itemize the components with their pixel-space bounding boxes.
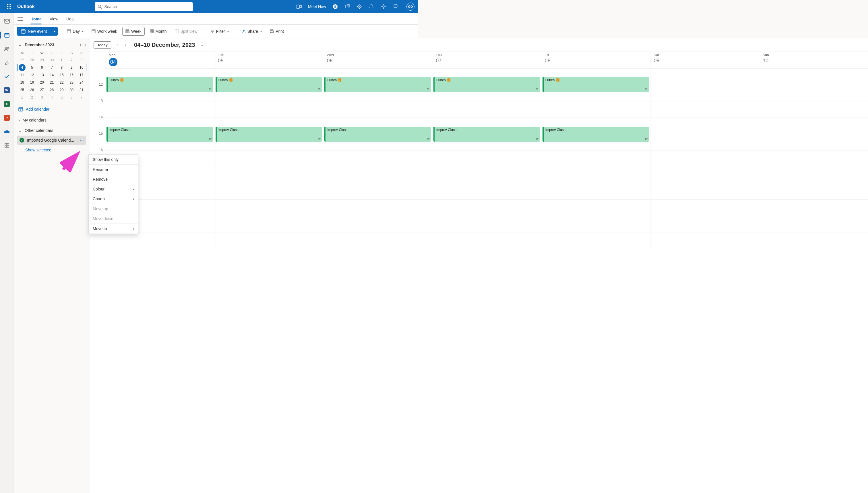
mini-day-cell[interactable]: 12 [27,71,37,79]
ctx-rename[interactable]: Rename [89,165,138,174]
nav-toggle[interactable] [14,17,26,21]
app-launcher[interactable] [3,4,15,9]
event-lunch[interactable]: Lunch 🍔⟳ [215,77,322,92]
event-lunch[interactable]: Lunch 🍔⟳ [324,77,418,92]
tab-view[interactable]: View [46,13,62,24]
prev-month[interactable]: ↑ [79,43,82,47]
rail-calendar[interactable] [2,31,12,39]
mini-day-cell[interactable]: 22 [57,79,67,86]
new-event-button[interactable]: New event [17,27,51,36]
mini-day-cell[interactable]: 2 [27,94,37,101]
mini-day-cell[interactable]: 21 [47,79,56,86]
rail-excel[interactable]: X [2,100,12,108]
mini-day-cell[interactable]: 30 [67,86,76,94]
calendar-item-imported[interactable]: ✓ Imported Google Calend... ⋯ [17,135,86,145]
day-header-cell[interactable]: Mon04 [105,51,214,68]
mini-day-cell[interactable]: 8 [57,64,67,71]
mini-day-cell[interactable]: 13 [37,71,47,79]
mini-day-cell[interactable]: 10 [77,64,86,71]
search-input[interactable] [104,4,190,9]
user-avatar[interactable]: OD [407,3,414,10]
mini-day-cell[interactable]: 29 [57,86,67,94]
mini-day-cell[interactable]: 28 [27,56,37,64]
add-calendar[interactable]: Add calendar [17,103,86,115]
mini-day-cell[interactable]: 25 [17,86,27,94]
my-calendars-group[interactable]: › My calendars [17,115,86,125]
ctx-move-to[interactable]: Move to› [89,224,138,234]
mini-day-cell[interactable]: 11 [17,71,27,79]
mini-day-cell[interactable]: 4 [47,94,56,101]
rail-todo[interactable] [2,72,12,81]
mini-day-cell[interactable]: 3 [77,56,86,64]
notifications-icon[interactable] [369,4,374,9]
day-header-cell[interactable]: Wed06 [323,51,418,68]
mini-day-cell[interactable]: 15 [57,71,67,79]
range-dropdown[interactable]: ⌄ [198,43,205,47]
tab-help[interactable]: Help [62,13,79,24]
mini-day-cell[interactable]: 1 [17,94,27,101]
event-improv[interactable]: Improv Class⟳ [107,127,213,142]
mini-day-cell[interactable]: 28 [47,86,56,94]
skype-icon[interactable]: S [333,4,338,9]
next-week[interactable]: › [123,43,128,47]
mini-day-cell[interactable]: 5 [27,64,37,71]
mini-day-cell[interactable]: 20 [37,79,47,86]
filter-button[interactable]: Filter▾ [207,27,232,36]
ctx-charm[interactable]: Charm› [89,194,138,204]
tips-icon[interactable] [393,4,398,9]
prev-week[interactable]: ‹ [115,43,120,47]
rail-more-apps[interactable] [2,141,12,149]
mini-day-cell[interactable]: 6 [67,94,76,101]
rail-people[interactable] [2,45,12,53]
meet-now-button[interactable]: Meet Now [308,4,326,9]
calendar-more-icon[interactable]: ⋯ [80,138,84,143]
mini-day-cell[interactable]: 31 [77,86,86,94]
rail-files[interactable] [2,59,12,67]
mini-day-cell[interactable]: 5 [57,94,67,101]
view-day[interactable]: Day▾ [64,27,86,36]
mini-day-cell[interactable]: 29 [37,56,47,64]
teams-icon[interactable] [344,4,350,9]
search-box[interactable] [95,2,193,11]
day-column[interactable]: Lunch 🍔⟳Improv Class⟳ [323,68,418,237]
diamond-icon[interactable] [357,4,362,9]
rail-mail[interactable] [2,17,12,25]
other-calendars-group[interactable]: ⌄ Other calendars [17,125,86,135]
new-event-dropdown[interactable]: ▾ [51,27,58,36]
ctx-remove[interactable]: Remove [89,174,138,184]
mini-day-cell[interactable]: 27 [37,86,47,94]
mini-day-cell[interactable]: 16 [67,71,76,79]
mini-day-cell[interactable]: 2 [67,56,76,64]
today-button[interactable]: Today [94,41,111,48]
video-icon[interactable] [296,4,302,9]
mini-day-cell[interactable]: 6 [37,64,47,71]
view-week[interactable]: Week [122,27,145,36]
view-month[interactable]: Month [147,27,169,36]
mini-day-cell[interactable]: 4 [19,64,26,71]
mini-day-cell[interactable]: 7 [77,94,86,101]
mini-day-cell[interactable]: 3 [37,94,47,101]
next-month[interactable]: ↓ [84,43,86,47]
mini-day-cell[interactable]: 23 [67,79,76,86]
event-lunch[interactable]: Lunch 🍔⟳ [107,77,213,92]
mini-day-cell[interactable]: 27 [17,56,27,64]
view-work-week[interactable]: Work week [89,27,120,36]
mini-day-cell[interactable]: 26 [27,86,37,94]
day-column[interactable]: Lunch 🍔⟳Improv Class⟳ [214,68,323,237]
mini-day-cell[interactable]: 24 [77,79,86,86]
ctx-show-only[interactable]: Show this only [89,154,138,164]
mini-day-cell[interactable]: 30 [47,56,56,64]
rail-powerpoint[interactable]: P [2,114,12,122]
mini-day-cell[interactable]: 17 [77,71,86,79]
settings-icon[interactable] [381,4,386,9]
day-header-cell[interactable]: Tue05 [214,51,323,68]
event-improv[interactable]: Improv Class⟳ [324,127,418,142]
share-button[interactable]: Share▾ [239,27,265,36]
mini-day-cell[interactable]: 19 [27,79,37,86]
ctx-colour[interactable]: Colour› [89,184,138,194]
mini-day-cell[interactable]: 14 [47,71,56,79]
event-improv[interactable]: Improv Class⟳ [215,127,322,142]
show-selected-link[interactable]: Show selected [17,145,86,155]
mini-day-cell[interactable]: 9 [67,64,76,71]
rail-word[interactable]: W [2,86,12,94]
